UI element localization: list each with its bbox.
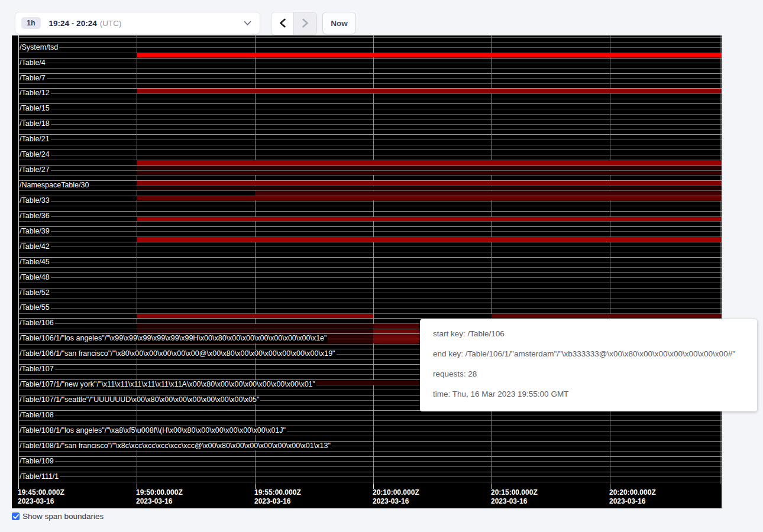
gridline-horizontal [18,134,722,135]
gridline-vertical [18,35,19,484]
row-label: /Table/33 [20,197,51,205]
gridline-horizontal [18,451,722,452]
row-label: /Table/111/1 [20,473,60,481]
heat-band [137,53,722,58]
gridline-horizontal [18,461,722,462]
heat-band [137,324,373,329]
row-label: /Table/27 [20,166,51,174]
x-axis-date-label: 2023-03-16 [254,497,290,505]
footer: Show span boundaries [12,512,104,521]
row-label: /Table/108 [20,411,55,420]
gridline-horizontal [18,150,722,150]
x-axis-time-label: 20:10:00.000Z [373,488,419,497]
timezone-label: (UTC) [100,19,122,28]
row-label: /Table/106/1/"san francisco"/"\x80\x00\x… [20,350,337,358]
gridline-horizontal [18,303,722,303]
gridline-vertical [610,35,610,484]
gridline-horizontal [18,257,722,258]
tooltip-time: time: Thu, 16 Mar 2023 19:55:00 GMT [433,388,757,400]
heat-band [137,329,373,334]
row-label: /Table/106/1/"los angeles"/"\x99\x99\x99… [20,335,328,343]
gridline-horizontal [18,83,722,84]
gridline-horizontal [18,231,722,232]
row-label: /Table/21 [20,135,51,144]
row-label: /System/tsd [20,44,59,52]
row-label: /Table/15 [20,105,51,113]
row-label: /Table/109 [20,458,55,466]
gridline-horizontal [18,68,722,69]
gridline-horizontal [18,43,722,43]
heat-band [492,314,722,319]
tooltip-end-key: end key: /Table/106/1/"amsterdam"/"\xb33… [433,348,757,360]
x-axis-date-label: 2023-03-16 [136,497,172,505]
chevron-left-icon [279,18,287,30]
gridline-horizontal [18,140,722,140]
x-axis-time-label: 20:20:00.000Z [609,488,656,497]
gridline-horizontal [18,155,722,155]
gridline-horizontal [18,114,722,115]
gridline-horizontal [18,298,722,299]
gridline-horizontal [18,206,722,206]
gridline-horizontal [18,436,722,436]
gridline-horizontal [18,78,722,79]
gridline-horizontal [18,221,722,222]
gridline-horizontal [18,63,722,63]
gridline-horizontal [18,211,722,212]
gridline-horizontal [18,103,722,104]
tooltip-requests: requests: 28 [433,368,757,380]
row-label: /NamespaceTable/30 [20,181,90,190]
chevron-right-icon [301,18,309,30]
heat-band [137,171,722,176]
gridline-horizontal [18,482,722,482]
time-nav-group [271,12,317,35]
x-axis-time-label: 19:55:00.000Z [254,488,301,497]
row-label: /Table/106 [20,319,55,327]
gridline-horizontal [18,175,722,176]
time-range-selector[interactable]: 1h 19:24 - 20:24 (UTC) [15,12,260,34]
gridline-horizontal [18,252,722,252]
gridline-horizontal [18,201,722,202]
gridline-horizontal [18,476,722,477]
heat-band [137,89,722,93]
gridline-vertical [373,35,374,484]
show-span-boundaries-checkbox[interactable] [12,512,20,520]
heat-band [255,191,722,196]
gridline-horizontal [18,262,722,262]
row-label: /Table/45 [20,258,51,267]
next-time-button[interactable] [294,12,316,35]
duration-badge: 1h [21,17,41,30]
heat-band [137,217,722,222]
gridline-vertical [255,35,256,484]
x-axis-date-label: 2023-03-16 [491,497,527,505]
row-label: /Table/39 [20,228,51,236]
key-visualizer-heatmap[interactable]: /System/tsd/Table/4/Table/7/Table/12/Tab… [12,35,722,508]
x-axis-time-label: 19:50:00.000Z [136,488,183,497]
heat-band [137,314,373,319]
gridline-horizontal [18,293,722,293]
gridline-horizontal [18,277,722,278]
prev-time-button[interactable] [271,12,294,35]
row-label: /Table/7 [20,74,47,83]
heat-band [137,237,722,242]
time-range-label: 19:24 - 20:24 [49,19,97,28]
heat-band [137,186,722,191]
heat-band [137,196,722,201]
gridline-horizontal [18,47,722,48]
gridline-vertical [492,35,492,484]
gridline-horizontal [18,99,722,99]
row-label: /Table/48 [20,274,51,282]
gridline-horizontal [18,73,722,74]
gridline-horizontal [18,283,722,283]
row-label: /Table/108/1/"los angeles"/"\xa8\xf5\u00… [20,427,287,435]
row-label: /Table/36 [20,212,51,220]
heat-band [137,160,722,165]
gridline-horizontal [18,466,722,467]
chevron-down-icon [244,21,251,26]
row-label: /Table/108/1/"san francisco"/"\x8c\xcc\x… [20,442,332,450]
gridline-horizontal [18,308,722,309]
check-icon [13,514,19,519]
hover-tooltip: start key: /Table/106 end key: /Table/10… [420,319,757,411]
row-label: /Table/107/1/"seattle"/"UUUUUUD\x00\x80\… [20,396,260,404]
row-label: /Table/55 [20,304,51,312]
now-button[interactable]: Now [322,12,356,34]
